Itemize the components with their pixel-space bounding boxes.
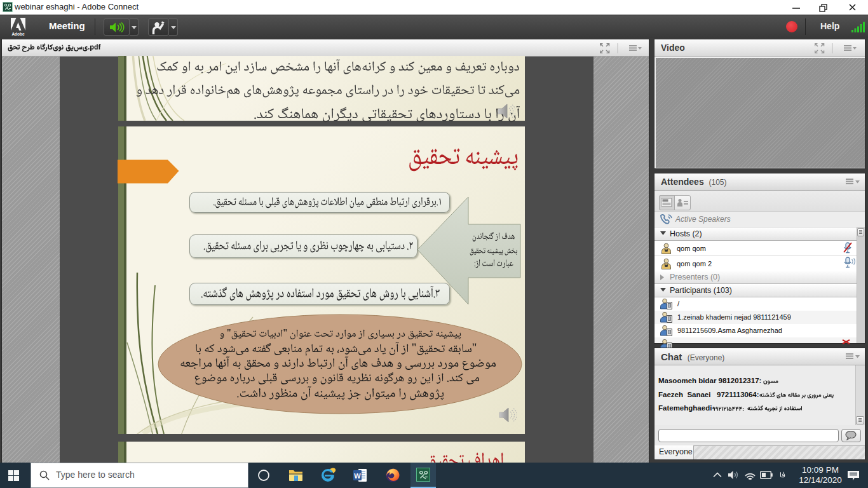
svg-text:Adobe: Adobe <box>11 32 25 36</box>
svg-text:W: W <box>354 472 361 480</box>
